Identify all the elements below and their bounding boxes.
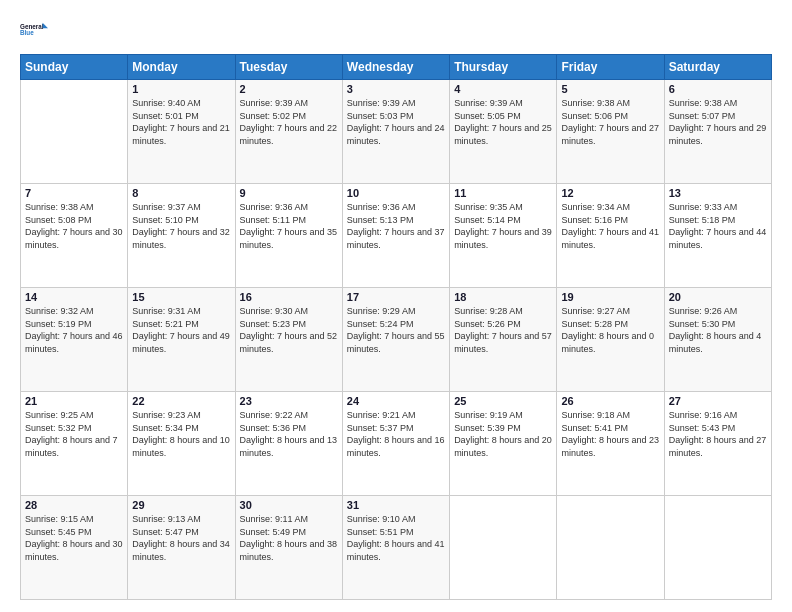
logo: GeneralBlue <box>20 16 48 44</box>
weekday-header-wednesday: Wednesday <box>342 55 449 80</box>
svg-marker-2 <box>43 23 48 28</box>
day-info: Sunrise: 9:19 AMSunset: 5:39 PMDaylight:… <box>454 410 552 458</box>
day-cell: 1 Sunrise: 9:40 AMSunset: 5:01 PMDayligh… <box>128 80 235 184</box>
day-number: 18 <box>454 291 552 303</box>
day-cell: 10 Sunrise: 9:36 AMSunset: 5:13 PMDaylig… <box>342 184 449 288</box>
day-info: Sunrise: 9:40 AMSunset: 5:01 PMDaylight:… <box>132 98 230 146</box>
day-cell: 11 Sunrise: 9:35 AMSunset: 5:14 PMDaylig… <box>450 184 557 288</box>
day-info: Sunrise: 9:31 AMSunset: 5:21 PMDaylight:… <box>132 306 230 354</box>
weekday-header-thursday: Thursday <box>450 55 557 80</box>
day-number: 25 <box>454 395 552 407</box>
day-cell: 20 Sunrise: 9:26 AMSunset: 5:30 PMDaylig… <box>664 288 771 392</box>
day-number: 24 <box>347 395 445 407</box>
day-cell: 6 Sunrise: 9:38 AMSunset: 5:07 PMDayligh… <box>664 80 771 184</box>
day-cell: 27 Sunrise: 9:16 AMSunset: 5:43 PMDaylig… <box>664 392 771 496</box>
weekday-header-saturday: Saturday <box>664 55 771 80</box>
day-info: Sunrise: 9:27 AMSunset: 5:28 PMDaylight:… <box>561 306 654 354</box>
day-info: Sunrise: 9:36 AMSunset: 5:13 PMDaylight:… <box>347 202 445 250</box>
day-number: 17 <box>347 291 445 303</box>
day-number: 26 <box>561 395 659 407</box>
day-number: 7 <box>25 187 123 199</box>
day-cell: 7 Sunrise: 9:38 AMSunset: 5:08 PMDayligh… <box>21 184 128 288</box>
day-number: 20 <box>669 291 767 303</box>
day-number: 15 <box>132 291 230 303</box>
day-cell: 23 Sunrise: 9:22 AMSunset: 5:36 PMDaylig… <box>235 392 342 496</box>
day-cell: 13 Sunrise: 9:33 AMSunset: 5:18 PMDaylig… <box>664 184 771 288</box>
day-number: 8 <box>132 187 230 199</box>
day-number: 23 <box>240 395 338 407</box>
day-number: 16 <box>240 291 338 303</box>
day-info: Sunrise: 9:11 AMSunset: 5:49 PMDaylight:… <box>240 514 338 562</box>
day-number: 2 <box>240 83 338 95</box>
day-cell: 8 Sunrise: 9:37 AMSunset: 5:10 PMDayligh… <box>128 184 235 288</box>
day-info: Sunrise: 9:37 AMSunset: 5:10 PMDaylight:… <box>132 202 230 250</box>
day-number: 13 <box>669 187 767 199</box>
day-number: 4 <box>454 83 552 95</box>
day-number: 11 <box>454 187 552 199</box>
day-info: Sunrise: 9:32 AMSunset: 5:19 PMDaylight:… <box>25 306 123 354</box>
day-number: 19 <box>561 291 659 303</box>
day-info: Sunrise: 9:30 AMSunset: 5:23 PMDaylight:… <box>240 306 338 354</box>
weekday-header-monday: Monday <box>128 55 235 80</box>
day-cell: 19 Sunrise: 9:27 AMSunset: 5:28 PMDaylig… <box>557 288 664 392</box>
day-number: 27 <box>669 395 767 407</box>
day-info: Sunrise: 9:13 AMSunset: 5:47 PMDaylight:… <box>132 514 230 562</box>
day-cell: 14 Sunrise: 9:32 AMSunset: 5:19 PMDaylig… <box>21 288 128 392</box>
day-cell: 29 Sunrise: 9:13 AMSunset: 5:47 PMDaylig… <box>128 496 235 600</box>
weekday-header-tuesday: Tuesday <box>235 55 342 80</box>
week-row-1: 7 Sunrise: 9:38 AMSunset: 5:08 PMDayligh… <box>21 184 772 288</box>
day-info: Sunrise: 9:38 AMSunset: 5:07 PMDaylight:… <box>669 98 767 146</box>
week-row-0: 1 Sunrise: 9:40 AMSunset: 5:01 PMDayligh… <box>21 80 772 184</box>
day-cell: 26 Sunrise: 9:18 AMSunset: 5:41 PMDaylig… <box>557 392 664 496</box>
day-cell <box>664 496 771 600</box>
day-cell: 30 Sunrise: 9:11 AMSunset: 5:49 PMDaylig… <box>235 496 342 600</box>
day-cell: 4 Sunrise: 9:39 AMSunset: 5:05 PMDayligh… <box>450 80 557 184</box>
weekday-header-sunday: Sunday <box>21 55 128 80</box>
day-number: 10 <box>347 187 445 199</box>
day-cell: 12 Sunrise: 9:34 AMSunset: 5:16 PMDaylig… <box>557 184 664 288</box>
day-info: Sunrise: 9:34 AMSunset: 5:16 PMDaylight:… <box>561 202 659 250</box>
day-info: Sunrise: 9:35 AMSunset: 5:14 PMDaylight:… <box>454 202 552 250</box>
day-number: 6 <box>669 83 767 95</box>
day-number: 28 <box>25 499 123 511</box>
day-info: Sunrise: 9:25 AMSunset: 5:32 PMDaylight:… <box>25 410 118 458</box>
day-info: Sunrise: 9:22 AMSunset: 5:36 PMDaylight:… <box>240 410 338 458</box>
day-cell <box>450 496 557 600</box>
day-info: Sunrise: 9:21 AMSunset: 5:37 PMDaylight:… <box>347 410 445 458</box>
day-info: Sunrise: 9:39 AMSunset: 5:02 PMDaylight:… <box>240 98 338 146</box>
day-cell: 2 Sunrise: 9:39 AMSunset: 5:02 PMDayligh… <box>235 80 342 184</box>
day-cell <box>21 80 128 184</box>
week-row-4: 28 Sunrise: 9:15 AMSunset: 5:45 PMDaylig… <box>21 496 772 600</box>
day-info: Sunrise: 9:38 AMSunset: 5:06 PMDaylight:… <box>561 98 659 146</box>
day-info: Sunrise: 9:36 AMSunset: 5:11 PMDaylight:… <box>240 202 338 250</box>
logo-icon: GeneralBlue <box>20 16 48 44</box>
day-info: Sunrise: 9:10 AMSunset: 5:51 PMDaylight:… <box>347 514 445 562</box>
day-cell: 5 Sunrise: 9:38 AMSunset: 5:06 PMDayligh… <box>557 80 664 184</box>
day-number: 1 <box>132 83 230 95</box>
day-cell: 9 Sunrise: 9:36 AMSunset: 5:11 PMDayligh… <box>235 184 342 288</box>
day-info: Sunrise: 9:39 AMSunset: 5:03 PMDaylight:… <box>347 98 445 146</box>
day-info: Sunrise: 9:15 AMSunset: 5:45 PMDaylight:… <box>25 514 123 562</box>
week-row-2: 14 Sunrise: 9:32 AMSunset: 5:19 PMDaylig… <box>21 288 772 392</box>
day-cell: 16 Sunrise: 9:30 AMSunset: 5:23 PMDaylig… <box>235 288 342 392</box>
header-row: SundayMondayTuesdayWednesdayThursdayFrid… <box>21 55 772 80</box>
calendar-page: GeneralBlue SundayMondayTuesdayWednesday… <box>0 0 792 612</box>
day-number: 21 <box>25 395 123 407</box>
day-info: Sunrise: 9:18 AMSunset: 5:41 PMDaylight:… <box>561 410 659 458</box>
day-number: 29 <box>132 499 230 511</box>
day-number: 22 <box>132 395 230 407</box>
day-number: 14 <box>25 291 123 303</box>
day-cell: 17 Sunrise: 9:29 AMSunset: 5:24 PMDaylig… <box>342 288 449 392</box>
day-number: 31 <box>347 499 445 511</box>
day-cell: 3 Sunrise: 9:39 AMSunset: 5:03 PMDayligh… <box>342 80 449 184</box>
header: GeneralBlue <box>20 16 772 44</box>
day-cell <box>557 496 664 600</box>
svg-text:Blue: Blue <box>20 29 34 36</box>
day-info: Sunrise: 9:33 AMSunset: 5:18 PMDaylight:… <box>669 202 767 250</box>
day-cell: 25 Sunrise: 9:19 AMSunset: 5:39 PMDaylig… <box>450 392 557 496</box>
day-info: Sunrise: 9:28 AMSunset: 5:26 PMDaylight:… <box>454 306 552 354</box>
weekday-header-friday: Friday <box>557 55 664 80</box>
day-number: 3 <box>347 83 445 95</box>
day-cell: 28 Sunrise: 9:15 AMSunset: 5:45 PMDaylig… <box>21 496 128 600</box>
day-cell: 18 Sunrise: 9:28 AMSunset: 5:26 PMDaylig… <box>450 288 557 392</box>
